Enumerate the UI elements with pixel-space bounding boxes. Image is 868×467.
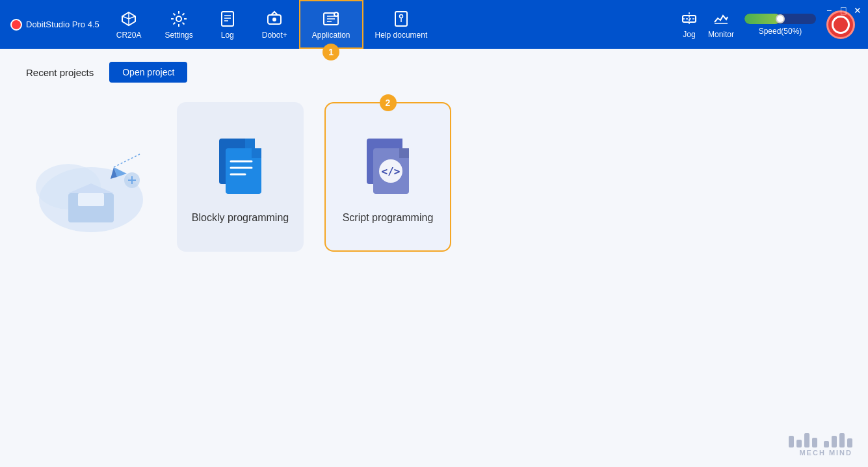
nav-item-application[interactable]: Application 1 xyxy=(299,0,363,49)
monitor-button[interactable]: Monitor xyxy=(708,10,734,39)
open-project-button[interactable]: Open project xyxy=(109,62,187,83)
recent-projects-label: Recent projects xyxy=(26,67,94,78)
watermark-text: MECH MIND xyxy=(799,449,852,457)
script-icon: </> xyxy=(357,132,419,200)
monitor-label: Monitor xyxy=(708,30,734,39)
speed-bar[interactable] xyxy=(744,14,816,24)
script-programming-card[interactable]: 2 </> Script programming xyxy=(324,102,451,252)
nav-label-application: Application xyxy=(312,31,350,40)
minimize-button[interactable]: − xyxy=(824,5,834,16)
svg-rect-39 xyxy=(252,148,261,158)
window-controls: − ⎕ ✕ xyxy=(824,5,863,16)
nav-bar: CR20A Settings Log xyxy=(105,0,681,49)
nav-item-help[interactable]: Help document xyxy=(363,0,440,49)
blockly-icon-area xyxy=(208,130,273,202)
close-button[interactable]: ✕ xyxy=(852,5,863,16)
maximize-button[interactable]: ⎕ xyxy=(838,5,848,16)
title-bar: DobitStudio Pro 4.5 CR20A Settings xyxy=(0,0,868,49)
badge-1: 1 xyxy=(322,44,339,60)
recent-projects-row: Recent projects Open project xyxy=(26,62,842,83)
speed-knob[interactable] xyxy=(776,14,785,23)
jog-icon xyxy=(681,10,698,27)
nav-item-settings[interactable]: Settings xyxy=(153,0,204,49)
jog-label: Jog xyxy=(683,30,695,39)
speed-fill xyxy=(744,14,780,24)
nav-label-dobot: Dobot+ xyxy=(262,31,287,40)
brand-logo xyxy=(10,19,22,31)
watermark-logo xyxy=(789,433,852,447)
svg-rect-48 xyxy=(399,148,409,158)
application-icon xyxy=(322,10,340,28)
nav-item-log[interactable]: Log xyxy=(205,0,250,49)
dobot-icon xyxy=(265,10,283,28)
svg-point-2 xyxy=(176,16,181,21)
svg-rect-36 xyxy=(245,139,255,148)
blockly-programming-card[interactable]: Blockly programming xyxy=(177,102,304,252)
illustration-area xyxy=(26,102,156,245)
nav-label-cr20a: CR20A xyxy=(116,31,142,40)
svg-rect-27 xyxy=(78,193,104,206)
jog-button[interactable]: Jog xyxy=(681,10,698,39)
nav-label-log: Log xyxy=(221,31,234,40)
log-icon xyxy=(218,10,237,28)
settings-icon xyxy=(170,10,188,28)
cards-row: Blockly programming 2 xyxy=(26,102,842,252)
script-icon-area: </> xyxy=(356,130,421,202)
svg-text:</>: </> xyxy=(382,165,401,178)
svg-line-30 xyxy=(114,154,140,167)
svg-rect-3 xyxy=(222,12,233,26)
svg-rect-45 xyxy=(393,139,402,148)
svg-point-17 xyxy=(399,14,402,18)
cr20a-icon xyxy=(120,10,138,28)
emergency-inner xyxy=(832,16,850,34)
script-card-label: Script programming xyxy=(343,212,434,224)
blockly-card-label: Blockly programming xyxy=(192,212,289,224)
speed-widget[interactable]: Speed(50%) xyxy=(744,14,816,36)
nav-label-settings: Settings xyxy=(164,31,192,40)
nav-item-cr20a[interactable]: CR20A xyxy=(105,0,153,49)
badge-2: 2 xyxy=(380,94,397,111)
main-content: Recent projects Open project xyxy=(0,49,868,467)
help-icon xyxy=(392,10,410,28)
nav-label-help: Help document xyxy=(375,31,428,40)
brand-title: DobitStudio Pro 4.5 xyxy=(26,20,99,29)
watermark: MECH MIND xyxy=(789,433,852,457)
speed-label: Speed(50%) xyxy=(759,27,802,36)
svg-point-8 xyxy=(272,18,276,21)
new-project-illustration xyxy=(29,109,153,239)
blockly-icon xyxy=(209,132,271,200)
app-brand: DobitStudio Pro 4.5 xyxy=(5,19,105,31)
monitor-icon xyxy=(713,10,730,27)
nav-item-dobot[interactable]: Dobot+ xyxy=(250,0,299,49)
